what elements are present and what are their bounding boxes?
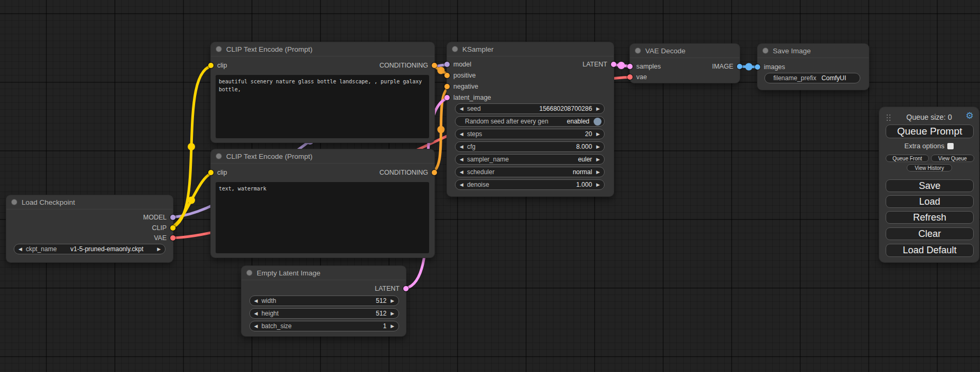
input-slot-samples[interactable]: samples: [627, 61, 661, 72]
sampler-name-widget[interactable]: ◀ sampler_name euler ▶: [455, 154, 605, 165]
input-slot-model[interactable]: model: [444, 59, 471, 70]
view-history-button[interactable]: View History: [907, 164, 952, 171]
widget-value[interactable]: ComfyUI: [821, 74, 846, 82]
image-slot-dot[interactable]: [737, 64, 742, 69]
collapse-dot-icon[interactable]: [635, 48, 641, 53]
cfg-widget[interactable]: ◀ cfg 8.000 ▶: [455, 141, 605, 152]
collapse-dot-icon[interactable]: [247, 270, 252, 275]
model-slot-dot[interactable]: [444, 62, 450, 67]
decrement-arrow-icon[interactable]: ◀: [460, 182, 463, 187]
conditioning-slot-dot[interactable]: [444, 84, 450, 89]
input-slot-latent-image[interactable]: latent_image: [444, 92, 491, 103]
latent-slot-dot[interactable]: [627, 64, 633, 69]
widget-value[interactable]: 8.000: [576, 143, 592, 150]
settings-gear-icon[interactable]: ⚙: [966, 111, 974, 120]
decrement-arrow-icon[interactable]: ◀: [254, 311, 258, 316]
output-slot-vae[interactable]: VAE: [154, 233, 176, 243]
node-empty-latent-image[interactable]: Empty Latent Image LATENT ◀ width 512 ▶ …: [241, 266, 406, 336]
image-slot-dot[interactable]: [755, 64, 760, 70]
latent-slot-dot[interactable]: [611, 62, 616, 67]
output-slot-conditioning[interactable]: CONDITIONING: [380, 60, 437, 71]
conditioning-slot-dot[interactable]: [432, 63, 437, 68]
latent-slot-dot[interactable]: [403, 286, 409, 291]
increment-arrow-icon[interactable]: ▶: [596, 182, 600, 187]
node-title-bar[interactable]: Empty Latent Image: [241, 266, 406, 280]
output-slot-latent[interactable]: LATENT: [375, 283, 409, 294]
increment-arrow-icon[interactable]: ▶: [596, 106, 600, 111]
decrement-arrow-icon[interactable]: ◀: [18, 246, 22, 252]
vae-slot-dot[interactable]: [627, 74, 633, 80]
widget-value[interactable]: 20: [585, 130, 592, 138]
random-seed-toggle-widget[interactable]: Random seed after every gen enabled: [455, 116, 605, 127]
queue-prompt-button[interactable]: Queue Prompt: [886, 125, 974, 138]
seed-widget[interactable]: ◀ seed 156680208700286 ▶: [455, 103, 605, 114]
widget-value[interactable]: 512: [376, 310, 386, 317]
collapse-dot-icon[interactable]: [216, 154, 221, 159]
batch-size-widget[interactable]: ◀ batch_size 1 ▶: [249, 321, 399, 331]
clip-slot-dot[interactable]: [208, 63, 214, 68]
node-load-checkpoint[interactable]: Load Checkpoint MODEL CLIP VAE ◀ ckpt_na…: [6, 195, 173, 262]
decrement-arrow-icon[interactable]: ◀: [460, 144, 463, 149]
widget-value[interactable]: euler: [578, 156, 592, 163]
widget-value[interactable]: 156680208700286: [539, 105, 592, 112]
output-slot-clip[interactable]: CLIP: [152, 223, 176, 233]
view-queue-button[interactable]: View Queue: [931, 155, 974, 162]
increment-arrow-icon[interactable]: ▶: [157, 246, 161, 252]
widget-value[interactable]: 1: [383, 322, 386, 330]
latent-slot-dot[interactable]: [444, 95, 450, 100]
decrement-arrow-icon[interactable]: ◀: [460, 157, 463, 162]
increment-arrow-icon[interactable]: ▶: [391, 311, 394, 316]
increment-arrow-icon[interactable]: ▶: [596, 169, 600, 175]
clip-slot-dot[interactable]: [208, 170, 214, 175]
node-clip-text-encode-negative[interactable]: CLIP Text Encode (Prompt) clip CONDITION…: [211, 149, 434, 257]
model-slot-dot[interactable]: [170, 215, 176, 220]
negative-prompt-textarea[interactable]: text, watermark: [216, 182, 429, 253]
increment-arrow-icon[interactable]: ▶: [596, 157, 600, 162]
decrement-arrow-icon[interactable]: ◀: [460, 106, 463, 111]
extra-options-checkbox[interactable]: [947, 143, 954, 149]
node-clip-text-encode-positive[interactable]: CLIP Text Encode (Prompt) clip CONDITION…: [211, 42, 434, 142]
output-slot-latent[interactable]: LATENT: [583, 59, 616, 70]
widget-value[interactable]: v1-5-pruned-emaonly.ckpt: [71, 245, 144, 253]
widget-value[interactable]: 512: [376, 297, 386, 304]
increment-arrow-icon[interactable]: ▶: [596, 144, 600, 149]
collapse-dot-icon[interactable]: [216, 46, 221, 52]
height-widget[interactable]: ◀ height 512 ▶: [249, 308, 399, 319]
input-slot-clip[interactable]: clip: [208, 167, 227, 178]
ckpt-name-widget[interactable]: ◀ ckpt_name v1-5-pruned-emaonly.ckpt ▶: [14, 244, 166, 254]
clear-button[interactable]: Clear: [886, 227, 974, 240]
denoise-widget[interactable]: ◀ denoise 1.000 ▶: [455, 179, 605, 190]
steps-widget[interactable]: ◀ steps 20 ▶: [455, 129, 605, 139]
collapse-dot-icon[interactable]: [452, 46, 458, 52]
input-slot-images[interactable]: images: [755, 62, 785, 72]
node-title-bar[interactable]: CLIP Text Encode (Prompt): [211, 42, 434, 56]
output-slot-conditioning[interactable]: CONDITIONING: [380, 167, 437, 178]
decrement-arrow-icon[interactable]: ◀: [254, 323, 258, 329]
decrement-arrow-icon[interactable]: ◀: [254, 298, 258, 303]
node-title-bar[interactable]: Load Checkpoint: [6, 195, 173, 209]
conditioning-slot-dot[interactable]: [444, 73, 450, 78]
vae-slot-dot[interactable]: [170, 235, 176, 241]
input-slot-negative[interactable]: negative: [444, 81, 478, 92]
widget-value[interactable]: 1.000: [576, 181, 592, 188]
node-vae-decode[interactable]: VAE Decode samples vae IMAGE: [630, 44, 740, 83]
input-slot-positive[interactable]: positive: [444, 70, 476, 81]
load-button[interactable]: Load: [886, 195, 974, 208]
input-slot-vae[interactable]: vae: [627, 72, 647, 82]
node-ksampler[interactable]: KSampler model positive negative latent_…: [447, 42, 614, 196]
decrement-arrow-icon[interactable]: ◀: [460, 169, 463, 175]
refresh-button[interactable]: Refresh: [886, 211, 974, 224]
increment-arrow-icon[interactable]: ▶: [391, 323, 394, 329]
node-save-image[interactable]: Save Image images filename_prefix ComfyU…: [758, 44, 869, 90]
toggle-dot[interactable]: [594, 118, 601, 126]
clip-slot-dot[interactable]: [170, 225, 176, 231]
width-widget[interactable]: ◀ width 512 ▶: [249, 295, 399, 306]
conditioning-slot-dot[interactable]: [432, 170, 437, 175]
save-button[interactable]: Save: [886, 179, 974, 192]
output-slot-model[interactable]: MODEL: [143, 212, 176, 223]
collapse-dot-icon[interactable]: [12, 199, 17, 205]
node-title-bar[interactable]: VAE Decode: [630, 44, 740, 58]
output-slot-image[interactable]: IMAGE: [712, 61, 742, 72]
load-default-button[interactable]: Load Default: [886, 244, 974, 257]
increment-arrow-icon[interactable]: ▶: [596, 131, 600, 137]
